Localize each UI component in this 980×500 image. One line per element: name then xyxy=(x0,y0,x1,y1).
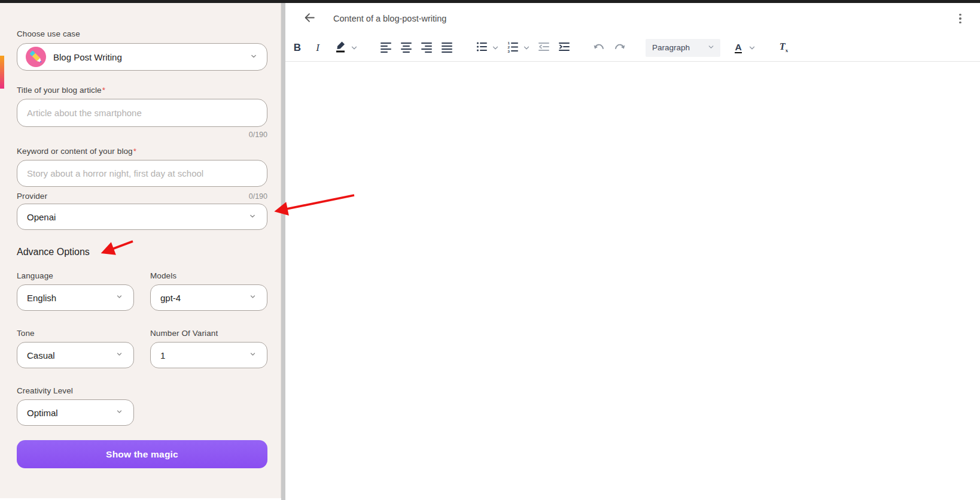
kebab-menu-button[interactable] xyxy=(952,11,968,26)
tone-select[interactable]: Casual xyxy=(17,342,134,368)
back-arrow-icon xyxy=(303,11,316,26)
variant-label: Number Of Variant xyxy=(150,329,267,338)
provider-label: Provider xyxy=(17,192,47,201)
keyword-char-counter: 0/190 xyxy=(249,192,267,201)
back-button[interactable] xyxy=(301,10,318,27)
required-asterisk: * xyxy=(133,147,136,156)
language-select[interactable]: English xyxy=(17,284,134,311)
highlight-marker-icon xyxy=(334,40,346,55)
chevron-down-icon xyxy=(248,350,257,360)
remove-format-button[interactable]: Tx xyxy=(775,38,792,57)
kebab-dot xyxy=(959,14,961,16)
font-color-button[interactable]: A xyxy=(730,38,747,57)
svg-text:3: 3 xyxy=(508,49,510,53)
bold-button[interactable]: B xyxy=(289,38,306,57)
redo-button[interactable] xyxy=(611,38,628,57)
bulleted-list-icon xyxy=(476,41,488,54)
keyword-input[interactable] xyxy=(17,160,267,187)
provider-select[interactable]: Openai xyxy=(17,204,267,230)
required-asterisk: * xyxy=(102,86,105,95)
variant-select[interactable]: 1 xyxy=(150,342,267,368)
pencil-icon xyxy=(26,47,46,67)
show-the-magic-button[interactable]: Show the magic xyxy=(17,440,267,468)
use-case-select[interactable]: Blog Post Writing xyxy=(17,43,267,71)
bulleted-list-button[interactable] xyxy=(473,38,490,57)
numbered-list-chevron[interactable] xyxy=(521,38,532,57)
advance-options-heading: Advance Options xyxy=(17,247,267,257)
title-label: Title of your blog article* xyxy=(17,86,267,95)
title-input[interactable] xyxy=(17,99,267,127)
align-justify-icon xyxy=(441,41,453,54)
kebab-dot xyxy=(959,22,961,24)
creativity-label: Creativity Level xyxy=(17,386,134,395)
creativity-select[interactable]: Optimal xyxy=(17,399,134,426)
language-label: Language xyxy=(17,271,134,280)
highlight-marker-button[interactable] xyxy=(332,38,349,57)
tone-label: Tone xyxy=(17,329,134,338)
editor-toolbar: B I xyxy=(285,34,980,62)
outdent-icon xyxy=(538,41,550,54)
bulleted-list-chevron[interactable] xyxy=(490,38,501,57)
app-screen: Choose use case xyxy=(0,0,980,500)
keyword-label: Keyword or content of your blog* xyxy=(17,147,267,156)
chevron-down-icon xyxy=(115,292,124,303)
italic-button[interactable]: I xyxy=(309,38,326,57)
outdent-button[interactable] xyxy=(535,38,552,57)
panel-divider xyxy=(281,3,285,500)
editor-title: Content of a blog-post-writing xyxy=(333,14,446,23)
remove-format-icon: Tx xyxy=(780,41,788,53)
undo-button[interactable] xyxy=(591,38,607,57)
redo-icon xyxy=(613,41,626,54)
models-label: Models xyxy=(150,271,267,280)
editor-pane: Content of a blog-post-writing B I xyxy=(285,3,980,500)
editor-content-area[interactable] xyxy=(285,62,980,500)
align-left-button[interactable] xyxy=(378,38,394,57)
paragraph-style-select[interactable]: Paragraph xyxy=(646,39,720,57)
undo-icon xyxy=(593,41,605,54)
align-right-icon xyxy=(421,41,433,54)
numbered-list-button[interactable]: 123 xyxy=(504,38,521,57)
font-color-icon: A xyxy=(735,42,741,53)
align-right-button[interactable] xyxy=(418,38,435,57)
align-justify-button[interactable] xyxy=(439,38,455,57)
kebab-dot xyxy=(959,17,961,20)
use-case-label: Choose use case xyxy=(17,29,267,38)
align-center-button[interactable] xyxy=(398,38,415,57)
chevron-down-icon xyxy=(707,43,715,53)
indent-icon xyxy=(558,41,570,54)
align-center-icon xyxy=(400,41,412,54)
provider-value: Openai xyxy=(27,212,56,222)
chevron-down-icon xyxy=(249,51,258,63)
indent-button[interactable] xyxy=(556,38,573,57)
editor-header: Content of a blog-post-writing xyxy=(285,3,980,34)
form-sidebar: Choose use case xyxy=(0,3,281,498)
chevron-down-icon xyxy=(115,407,124,418)
chevron-down-icon xyxy=(248,211,257,223)
models-select[interactable]: gpt-4 xyxy=(150,284,267,311)
chevron-down-icon xyxy=(115,350,124,360)
font-color-chevron[interactable] xyxy=(747,38,757,57)
title-char-counter: 0/190 xyxy=(17,131,267,139)
active-nav-indicator xyxy=(0,56,4,89)
chevron-down-icon xyxy=(248,292,257,303)
use-case-value: Blog Post Writing xyxy=(53,52,122,62)
highlight-dropdown-chevron[interactable] xyxy=(349,38,360,57)
numbered-list-icon: 123 xyxy=(507,41,519,54)
align-left-icon xyxy=(380,41,392,54)
